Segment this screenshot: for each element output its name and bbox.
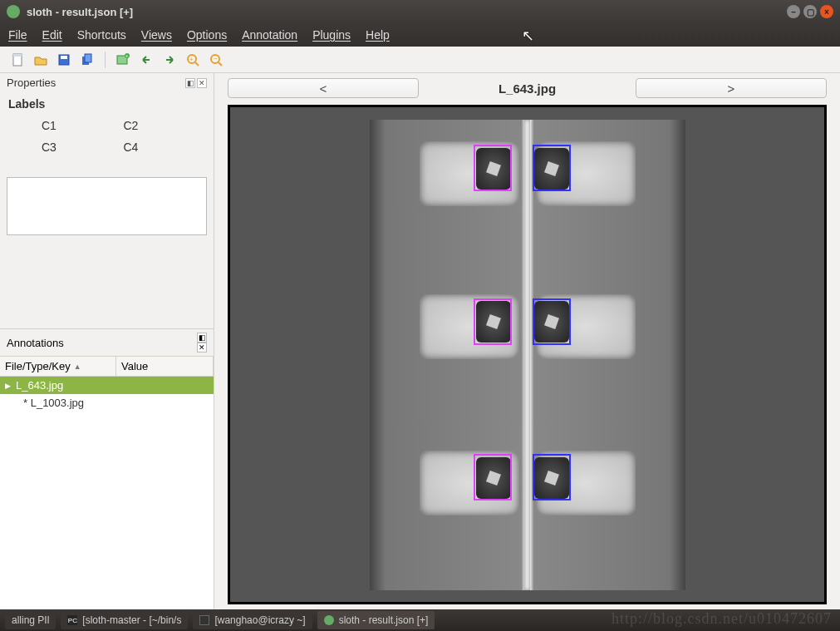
close-button[interactable]: × xyxy=(820,5,833,18)
labels-heading: Labels xyxy=(8,97,205,111)
labels-grid: C1 C2 C3 C4 xyxy=(8,119,205,154)
doc-icon[interactable] xyxy=(8,51,27,69)
menu-views[interactable]: Views xyxy=(141,28,172,42)
annotation-box[interactable] xyxy=(533,145,571,191)
menu-bar: File Edit Shortcuts Views Options Annota… xyxy=(0,23,840,47)
mouse-cursor-icon: ↖ xyxy=(522,27,534,45)
expand-arrow-icon[interactable]: ▶ xyxy=(5,382,11,390)
current-image-name: L_643.jpg xyxy=(499,81,556,96)
image-canvas[interactable] xyxy=(228,105,827,604)
annotation-box[interactable] xyxy=(474,298,512,345)
image-nav-row: < L_643.jpg > xyxy=(214,73,840,103)
menu-options[interactable]: Options xyxy=(187,28,227,42)
zoom-out-icon[interactable]: − xyxy=(207,51,225,69)
maximize-button[interactable]: ▢ xyxy=(803,5,817,18)
label-c3[interactable]: C3 xyxy=(42,140,91,154)
copy-icon[interactable] xyxy=(78,51,96,69)
tree-item-label: * L_1003.jpg xyxy=(23,397,84,409)
menu-edit[interactable]: Edit xyxy=(42,28,62,42)
annotation-box[interactable] xyxy=(474,145,512,191)
svg-line-10 xyxy=(195,62,199,66)
annotations-title: Annotations xyxy=(7,337,64,349)
main-area: Properties ◧ ✕ Labels C1 C2 C3 C4 Annota… xyxy=(0,73,840,609)
sort-asc-icon: ▲ xyxy=(74,362,81,371)
annotation-box[interactable] xyxy=(533,454,571,500)
annotation-box[interactable] xyxy=(533,298,571,345)
column-value[interactable]: Value xyxy=(116,357,214,376)
svg-line-13 xyxy=(219,62,222,66)
taskbar-item-active[interactable]: sloth - result.json [+] xyxy=(317,611,435,629)
svg-text:−: − xyxy=(214,55,218,62)
terminal-icon xyxy=(199,615,209,625)
tree-item-label: L_643.jpg xyxy=(16,379,63,392)
annotations-header: Annotations ◧ ✕ xyxy=(0,329,214,356)
toolbar-separator xyxy=(105,52,106,68)
taskbar-item[interactable]: [wanghao@icrazy ~] xyxy=(193,611,312,629)
label-c4[interactable]: C4 xyxy=(124,140,173,154)
column-value-label: Value xyxy=(121,360,148,372)
open-icon[interactable] xyxy=(32,51,50,69)
fwd-arrow-icon[interactable] xyxy=(160,51,179,69)
add-image-icon[interactable]: + xyxy=(114,51,132,69)
annotation-box[interactable] xyxy=(474,454,512,500)
prev-image-button[interactable]: < xyxy=(228,78,419,98)
property-editor-box[interactable] xyxy=(7,177,207,235)
properties-header: Properties ◧ ✕ xyxy=(0,73,214,92)
image-content xyxy=(370,120,685,590)
left-pane: Properties ◧ ✕ Labels C1 C2 C3 C4 Annota… xyxy=(0,73,214,609)
annotations-section: Annotations ◧ ✕ File/Type/Key ▲ Value ▶ xyxy=(0,328,214,609)
menu-annotation[interactable]: Annotation xyxy=(242,28,297,42)
menu-file[interactable]: File xyxy=(8,28,27,42)
sloth-icon xyxy=(324,615,334,625)
column-file[interactable]: File/Type/Key ▲ xyxy=(0,357,116,376)
window-buttons: – ▢ × xyxy=(787,5,833,18)
minimize-button[interactable]: – xyxy=(787,5,800,18)
taskbar-item[interactable]: PC[sloth-master - [~/bin/s xyxy=(61,611,188,629)
tree-row-selected[interactable]: ▶ L_643.jpg xyxy=(0,377,214,394)
labels-section: Labels C1 C2 C3 C4 xyxy=(0,92,214,172)
svg-text:+: + xyxy=(189,56,194,63)
window-title: sloth - result.json [+] xyxy=(27,6,787,18)
menu-shortcuts[interactable]: Shortcuts xyxy=(77,28,126,42)
svg-rect-3 xyxy=(61,56,67,59)
label-c1[interactable]: C1 xyxy=(42,119,91,132)
tree-row[interactable]: * L_1003.jpg xyxy=(0,394,214,412)
undock-annot-icon[interactable]: ◧ xyxy=(197,333,207,343)
zoom-in-icon[interactable]: + xyxy=(184,51,202,69)
watermark-text: http://blog.csdn.net/u010472607 xyxy=(612,610,832,628)
menu-help[interactable]: Help xyxy=(366,28,390,42)
app-icon xyxy=(7,5,20,18)
right-pane: < L_643.jpg > xyxy=(214,73,840,609)
undock-icon[interactable]: ◧ xyxy=(185,78,195,88)
save-icon[interactable] xyxy=(55,51,73,69)
svg-rect-5 xyxy=(85,54,91,62)
rail-center xyxy=(524,120,531,590)
svg-rect-1 xyxy=(13,54,22,57)
close-panel-icon[interactable]: ✕ xyxy=(197,78,207,88)
window-titlebar: sloth - result.json [+] – ▢ × xyxy=(0,0,840,23)
annotations-columns: File/Type/Key ▲ Value xyxy=(0,356,214,377)
next-image-button[interactable]: > xyxy=(636,78,827,98)
pycharm-icon: PC xyxy=(67,615,77,625)
menu-plugins[interactable]: Plugins xyxy=(312,28,351,42)
back-arrow-icon[interactable] xyxy=(137,51,155,69)
taskbar-item[interactable]: alling PIl xyxy=(5,611,56,629)
toolbar: + + − xyxy=(0,47,840,73)
annotations-tree[interactable]: ▶ L_643.jpg * L_1003.jpg xyxy=(0,377,214,609)
close-annot-icon[interactable]: ✕ xyxy=(197,343,207,352)
column-file-label: File/Type/Key xyxy=(5,360,71,372)
properties-title: Properties xyxy=(7,76,56,89)
svg-text:+: + xyxy=(125,53,129,58)
label-c2[interactable]: C2 xyxy=(124,119,173,132)
